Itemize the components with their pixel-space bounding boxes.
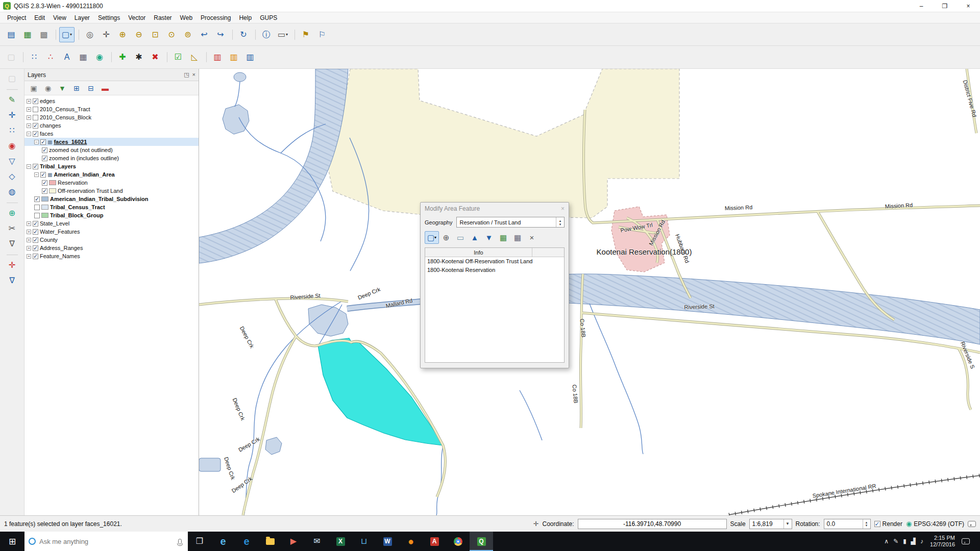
move-up-button[interactable]: ▲ <box>468 231 482 244</box>
volume-icon[interactable]: ♪ <box>920 538 923 545</box>
layer-checkbox[interactable] <box>33 107 38 112</box>
action-center-icon[interactable] <box>962 538 970 544</box>
dialog-titlebar[interactable]: Modify Area Feature × <box>421 203 569 215</box>
label-tool-icon[interactable]: A <box>59 49 75 65</box>
battery-icon[interactable]: ▮ <box>903 538 906 545</box>
expander-icon[interactable]: + <box>27 238 31 242</box>
rectangle-select-button[interactable]: ▭ <box>453 231 468 244</box>
crosshair-icon[interactable]: ✛ <box>5 258 20 273</box>
mail-icon[interactable]: ✉ <box>305 532 329 551</box>
expander-icon[interactable]: + <box>27 221 31 226</box>
zoom-to-selection-icon[interactable]: ⊙ <box>164 27 179 42</box>
zoom-full-icon[interactable]: ⊡ <box>148 27 163 42</box>
legend-zoomed-in[interactable]: zoomed in (includes outline) <box>24 154 199 162</box>
messages-icon[interactable] <box>968 521 976 527</box>
layer-tribal-census-tract[interactable]: Tribal_Census_Tract <box>24 203 199 211</box>
menu-web[interactable]: Web <box>176 13 197 22</box>
split-features-icon[interactable]: ✂ <box>5 221 20 236</box>
group-county[interactable]: + County <box>24 236 199 244</box>
modify-point-feature-icon[interactable]: ▥ <box>242 49 258 65</box>
minimize-button[interactable]: – <box>910 0 933 12</box>
layer-checkbox[interactable] <box>33 221 38 227</box>
refresh-map-icon[interactable]: ↻ <box>236 27 251 42</box>
layer-checkbox[interactable] <box>33 229 38 235</box>
zoom-in-icon[interactable]: ⊕ <box>115 27 130 42</box>
layer-checkbox[interactable] <box>33 237 38 243</box>
dialog-close-icon[interactable]: × <box>561 205 565 212</box>
layer-checkbox[interactable] <box>42 147 47 153</box>
expand-all-icon[interactable]: ⊞ <box>70 82 83 94</box>
spinner-arrows-icon[interactable]: ▲▼ <box>863 519 870 529</box>
add-group-icon[interactable]: ▣ <box>28 82 40 94</box>
zoom-next-icon[interactable]: ↪ <box>213 27 228 42</box>
modify-area-feature-icon[interactable]: ▥ <box>210 49 225 65</box>
layer-checkbox[interactable] <box>34 196 40 202</box>
move-down-button[interactable]: ▼ <box>482 231 496 244</box>
group-state-level[interactable]: + State_Level <box>24 219 199 228</box>
group-address-ranges[interactable]: + Address_Ranges <box>24 244 199 252</box>
zoom-last-icon[interactable]: ↩ <box>197 27 212 42</box>
search-input[interactable] <box>39 538 175 545</box>
vertex-marker-icon[interactable]: ∷ <box>27 49 42 65</box>
menu-edit[interactable]: Edit <box>30 13 49 22</box>
layer-checkbox[interactable] <box>33 98 38 104</box>
shape-tool-icon[interactable]: ▽ <box>5 154 20 169</box>
composer-manager-icon[interactable]: ▩ <box>36 27 52 42</box>
acrobat-icon[interactable]: A <box>423 532 446 551</box>
annotation-icon[interactable]: ∇ <box>5 273 20 288</box>
move-feature-icon[interactable]: ✛ <box>5 108 20 123</box>
map-canvas[interactable]: Riverside St Deep Crk Mallard Rd Deep Cr… <box>199 69 980 515</box>
taskbar-search[interactable] <box>24 532 188 551</box>
menu-view[interactable]: View <box>49 13 70 22</box>
select-disabled-icon[interactable]: ▢ <box>4 49 19 65</box>
group-feature-names[interactable]: + Feature_Names <box>24 252 199 260</box>
legend-reservation[interactable]: Reservation <box>24 179 199 187</box>
layer-checkbox[interactable] <box>40 172 46 178</box>
vector-menu-icon[interactable]: ∇ <box>5 236 20 252</box>
geography-select[interactable]: Reservation / Trust Land ▴▾ <box>456 217 565 228</box>
pen-icon[interactable]: ✎ <box>893 538 898 545</box>
menu-layer[interactable]: Layer <box>70 13 94 22</box>
select-feature-button[interactable]: ▢ <box>425 231 439 244</box>
expander-icon[interactable]: + <box>27 254 31 259</box>
layer-checkbox[interactable] <box>33 123 38 129</box>
menu-raster[interactable]: Raster <box>150 13 176 22</box>
show-bookmarks-icon[interactable]: ⚐ <box>314 27 330 42</box>
vertex-edit-icon[interactable]: ∴ <box>43 49 58 65</box>
ie-icon[interactable]: e <box>211 532 235 551</box>
collapse-all-icon[interactable]: ⊟ <box>85 82 97 94</box>
media-player-icon[interactable]: ▶ <box>282 532 305 551</box>
mark-point-icon[interactable]: ✱ <box>131 49 146 65</box>
expander-icon[interactable]: + <box>27 230 31 234</box>
taskbar-clock[interactable]: 2:15 PM 12/7/2016 <box>928 535 957 548</box>
layer-checkbox[interactable] <box>42 188 47 194</box>
info-column-header[interactable]: Info <box>425 248 532 257</box>
grid-view-button[interactable]: ▦ <box>496 231 510 244</box>
scale-select[interactable]: 1:6,819 ▼ <box>749 519 792 529</box>
close-button[interactable]: × <box>957 0 980 12</box>
circle-strings-icon[interactable]: ◉ <box>5 138 20 154</box>
render-checkbox[interactable]: Render <box>874 520 902 528</box>
close-tool-button[interactable]: × <box>525 231 539 244</box>
float-panel-icon[interactable]: ◳ <box>184 71 189 78</box>
task-view-icon[interactable]: ❐ <box>188 532 211 551</box>
mouse-position-icon[interactable]: ✛ <box>533 520 539 528</box>
delete-point-icon[interactable]: ✖ <box>148 49 163 65</box>
expander-icon[interactable]: + <box>27 99 31 104</box>
layer-checkbox[interactable] <box>40 139 46 145</box>
layer-2010-census-tract[interactable]: + 2010_Census_Tract <box>24 105 199 113</box>
expander-icon[interactable]: − <box>27 164 31 169</box>
pan-map-icon[interactable]: ✛ <box>99 27 114 42</box>
menu-project[interactable]: Project <box>3 13 30 22</box>
layer-faces-16021[interactable]: − ▩ faces_16021 <box>24 138 199 146</box>
touch-zoom-icon[interactable]: ◎ <box>82 27 97 42</box>
excel-icon[interactable]: X <box>329 532 352 551</box>
info-row[interactable]: 1800-Kootenai Off-Reservation Trust Land <box>425 257 564 266</box>
combo-stepper-icon[interactable]: ▴▾ <box>556 217 564 227</box>
menu-processing[interactable]: Processing <box>197 13 235 22</box>
coordinate-input[interactable] <box>578 519 727 529</box>
word-icon[interactable]: W <box>376 532 399 551</box>
microphone-icon[interactable] <box>178 539 182 544</box>
digitize-icon[interactable]: ✎ <box>5 92 20 108</box>
save-project-icon[interactable]: ▤ <box>4 27 19 42</box>
